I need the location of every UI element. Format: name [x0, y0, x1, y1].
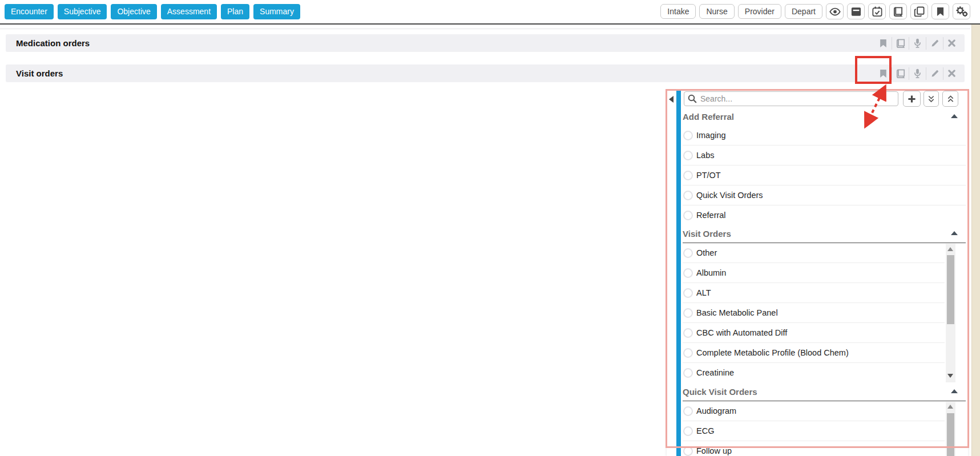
radio-icon: [683, 131, 693, 140]
radio-icon: [683, 348, 693, 358]
list-item-label: Albumin: [696, 268, 726, 277]
radio-icon: [683, 248, 693, 258]
visit-orders-list: OtherAlbuminALTBasic Metabolic PanelCBC …: [683, 243, 945, 382]
radio-icon: [683, 368, 693, 378]
microphone-icon[interactable]: [909, 64, 926, 82]
top-bar: Encounter Subjective Objective Assessmen…: [0, 0, 980, 25]
scrollbar-thumb[interactable]: [947, 413, 954, 456]
provider-button[interactable]: Provider: [738, 4, 781, 19]
list-item[interactable]: CBC with Automated Diff: [683, 323, 945, 343]
tab-assessment[interactable]: Assessment: [161, 4, 217, 19]
list-item-label: CBC with Automated Diff: [696, 328, 787, 337]
list-item-label: PT/OT: [696, 171, 721, 180]
list-item-label: ALT: [696, 288, 711, 297]
list-item-label: Labs: [696, 151, 714, 160]
tab-summary[interactable]: Summary: [253, 4, 300, 19]
scroll-up-icon[interactable]: [947, 247, 953, 251]
list-item[interactable]: Basic Metabolic Panel: [683, 303, 945, 323]
list-item[interactable]: Quick Visit Orders: [683, 185, 966, 205]
scroll-up-icon[interactable]: [947, 405, 953, 409]
panel-accent-bar: [676, 90, 681, 456]
list-item[interactable]: Other: [683, 243, 945, 263]
list-item-label: Basic Metabolic Panel: [696, 308, 778, 317]
search-field-wrap: [684, 91, 898, 106]
list-item[interactable]: ALT: [683, 283, 945, 303]
visit-orders-actions: [875, 64, 960, 82]
nurse-button[interactable]: Nurse: [699, 4, 734, 19]
radio-icon: [683, 211, 693, 220]
collapse-left-icon[interactable]: [669, 96, 674, 103]
scrollbar-thumb[interactable]: [947, 255, 954, 324]
visit-orders-bar: Visit orders: [6, 64, 965, 82]
intake-button[interactable]: Intake: [660, 4, 696, 19]
medication-orders-bar: Medication orders: [6, 34, 965, 52]
list-item[interactable]: ECG: [683, 421, 945, 441]
quick-visit-orders-list: AudiogramECGFollow up: [683, 401, 945, 456]
bookmark-icon[interactable]: [875, 64, 892, 82]
content-divider: [0, 29, 970, 29]
group-title: Add Referral: [683, 112, 734, 122]
collapse-up-icon[interactable]: [951, 231, 958, 235]
radio-icon: [683, 191, 693, 200]
list-item[interactable]: Follow up: [683, 441, 945, 456]
list-item[interactable]: Complete Metabolic Profile (Blood Chem): [683, 343, 945, 363]
gears-icon[interactable]: [953, 3, 970, 19]
list-item-label: Referral: [696, 211, 726, 220]
list-item[interactable]: Audiogram: [683, 401, 945, 421]
add-button[interactable]: [903, 91, 921, 107]
search-input[interactable]: [684, 91, 898, 106]
close-icon[interactable]: [943, 34, 960, 52]
group-header-quick-visit-orders: Quick Visit Orders: [683, 383, 966, 401]
list-item-label: Imaging: [696, 131, 726, 140]
list-item[interactable]: Labs: [683, 146, 966, 166]
book-icon[interactable]: [889, 3, 907, 19]
orders-dropdown-panel: Add Referral ImagingLabsPT/OTQuick Visit…: [667, 90, 968, 456]
list-item-label: Other: [696, 248, 717, 257]
book-icon[interactable]: [892, 34, 909, 52]
archive-box-icon[interactable]: [847, 3, 865, 19]
radio-icon: [683, 426, 693, 436]
radio-icon: [683, 171, 693, 180]
list-item[interactable]: Imaging: [683, 126, 966, 146]
close-icon[interactable]: [943, 64, 960, 82]
group-title: Quick Visit Orders: [683, 387, 757, 397]
list-item-label: Complete Metabolic Profile (Blood Chem): [696, 348, 849, 357]
visit-orders-scrollbar[interactable]: [946, 244, 955, 382]
collapse-up-icon[interactable]: [951, 114, 958, 118]
eye-icon[interactable]: [826, 3, 844, 19]
scroll-down-icon[interactable]: [947, 374, 953, 378]
group-header-visit-orders: Visit Orders: [683, 225, 966, 243]
pencil-icon[interactable]: [926, 64, 943, 82]
pencil-icon[interactable]: [926, 34, 943, 52]
book-icon[interactable]: [892, 64, 909, 82]
list-item[interactable]: Creatinine: [683, 363, 945, 382]
bookmark-icon[interactable]: [931, 3, 949, 19]
tab-subjective[interactable]: Subjective: [58, 4, 107, 19]
list-item-label: Follow up: [696, 446, 732, 455]
screen: Encounter Subjective Objective Assessmen…: [0, 0, 980, 456]
nav-tabs: Encounter Subjective Objective Assessmen…: [5, 4, 300, 19]
copy-pages-icon[interactable]: [910, 3, 928, 19]
list-item-label: Audiogram: [696, 406, 736, 415]
collapse-up-icon[interactable]: [951, 389, 958, 393]
list-item[interactable]: PT/OT: [683, 166, 966, 185]
radio-icon: [683, 288, 693, 298]
tab-plan[interactable]: Plan: [221, 4, 249, 19]
list-item-label: ECG: [696, 426, 714, 435]
list-item[interactable]: Referral: [683, 205, 966, 223]
depart-button[interactable]: Depart: [785, 4, 822, 19]
radio-icon: [683, 446, 693, 456]
group-title: Visit Orders: [683, 229, 731, 239]
tab-objective[interactable]: Objective: [111, 4, 156, 19]
tab-encounter[interactable]: Encounter: [5, 4, 54, 19]
calendar-check-icon[interactable]: [868, 3, 886, 19]
bookmark-icon[interactable]: [875, 34, 892, 52]
radio-icon: [683, 268, 693, 278]
collapse-all-button[interactable]: [942, 91, 958, 107]
medication-orders-actions: [875, 34, 960, 52]
medication-orders-title: Medication orders: [16, 34, 90, 52]
list-item[interactable]: Albumin: [683, 263, 945, 283]
microphone-icon[interactable]: [909, 34, 926, 52]
quick-visit-orders-scrollbar[interactable]: [946, 402, 955, 456]
expand-all-button[interactable]: [923, 91, 939, 107]
